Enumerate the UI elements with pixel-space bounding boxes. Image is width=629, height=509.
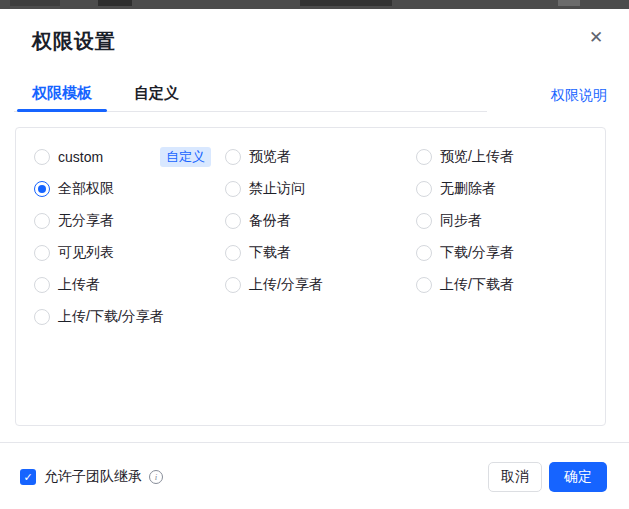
cancel-button[interactable]: 取消 xyxy=(488,462,542,492)
option-previewer[interactable]: 预览者 xyxy=(225,141,416,173)
option-visible-list[interactable]: 可见列表 xyxy=(34,237,225,269)
close-icon[interactable]: ✕ xyxy=(584,25,608,49)
option-uploader[interactable]: 上传者 xyxy=(34,269,225,301)
radio-icon[interactable] xyxy=(416,277,432,293)
permission-options-panel: custom 自定义 全部权限 无分享者 可见列表 上传者 上传/下载/分 xyxy=(15,127,606,426)
radio-selected-icon[interactable] xyxy=(34,181,50,197)
radio-icon[interactable] xyxy=(225,149,241,165)
radio-icon[interactable] xyxy=(34,149,50,165)
options-column-1: custom 自定义 全部权限 无分享者 可见列表 上传者 上传/下载/分 xyxy=(34,141,225,333)
tab-bar: 权限模板 自定义 xyxy=(14,77,487,112)
option-upload-sharer[interactable]: 上传/分享者 xyxy=(225,269,416,301)
radio-icon[interactable] xyxy=(416,181,432,197)
options-column-3: 预览/上传者 无删除者 同步者 下载/分享者 上传/下载者 xyxy=(416,141,592,301)
tab-label: 自定义 xyxy=(134,84,179,103)
radio-icon[interactable] xyxy=(34,213,50,229)
option-syncer[interactable]: 同步者 xyxy=(416,205,592,237)
background-artifact xyxy=(10,0,60,6)
permission-settings-dialog: 权限设置 ✕ 权限模板 自定义 权限说明 custom 自定义 全部权限 无分享… xyxy=(0,9,629,509)
tab-label: 权限模板 xyxy=(32,84,92,103)
radio-icon[interactable] xyxy=(225,181,241,197)
radio-icon[interactable] xyxy=(34,309,50,325)
option-preview-uploader[interactable]: 预览/上传者 xyxy=(416,141,592,173)
option-all-permissions[interactable]: 全部权限 xyxy=(34,173,225,205)
option-backup[interactable]: 备份者 xyxy=(225,205,416,237)
radio-icon[interactable] xyxy=(225,277,241,293)
option-downloader[interactable]: 下载者 xyxy=(225,237,416,269)
option-download-sharer[interactable]: 下载/分享者 xyxy=(416,237,592,269)
background-artifact xyxy=(558,0,580,6)
option-no-deleter[interactable]: 无删除者 xyxy=(416,173,592,205)
tab-custom[interactable]: 自定义 xyxy=(119,77,194,111)
tab-permission-template[interactable]: 权限模板 xyxy=(17,77,107,111)
radio-icon[interactable] xyxy=(225,213,241,229)
options-column-2: 预览者 禁止访问 备份者 下载者 上传/分享者 xyxy=(225,141,416,301)
option-upload-downloader[interactable]: 上传/下载者 xyxy=(416,269,592,301)
radio-icon[interactable] xyxy=(34,245,50,261)
permission-help-link[interactable]: 权限说明 xyxy=(551,87,607,105)
checkbox-checked-icon[interactable]: ✓ xyxy=(20,469,36,485)
radio-icon[interactable] xyxy=(416,213,432,229)
dimmed-background-page xyxy=(0,0,629,9)
option-forbid-access[interactable]: 禁止访问 xyxy=(225,173,416,205)
confirm-button[interactable]: 确定 xyxy=(549,462,607,492)
inherit-label: 允许子团队继承 xyxy=(44,468,142,486)
option-upload-download-sharer[interactable]: 上传/下载/分享者 xyxy=(34,301,225,333)
background-artifact xyxy=(300,0,392,6)
radio-icon[interactable] xyxy=(416,149,432,165)
allow-subteam-inherit[interactable]: ✓ 允许子团队继承 i xyxy=(20,464,163,490)
radio-icon[interactable] xyxy=(225,245,241,261)
option-no-sharer[interactable]: 无分享者 xyxy=(34,205,225,237)
background-artifact xyxy=(98,0,132,6)
radio-icon[interactable] xyxy=(416,245,432,261)
radio-icon[interactable] xyxy=(34,277,50,293)
info-icon[interactable]: i xyxy=(149,470,163,484)
custom-tag-badge: 自定义 xyxy=(160,147,211,167)
page-title: 权限设置 xyxy=(32,28,116,55)
footer-divider xyxy=(0,442,629,443)
option-custom[interactable]: custom 自定义 xyxy=(34,141,225,173)
